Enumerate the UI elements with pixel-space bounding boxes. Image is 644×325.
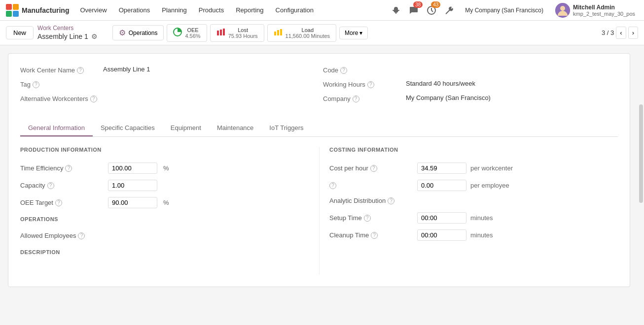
time-efficiency-unit: % <box>163 164 169 172</box>
work-center-name-field: Work Center Name ? Assembly Line 1 <box>20 65 315 74</box>
time-efficiency-help[interactable]: ? <box>65 165 72 172</box>
sub-toolbar: New Work Centers Assembly Line 1 ⚙ ⚙ Ope… <box>0 21 644 45</box>
operations-label: Operations <box>129 30 158 36</box>
svg-rect-2 <box>6 11 12 17</box>
new-button[interactable]: New <box>6 26 34 39</box>
cost-per-hour-input[interactable] <box>417 162 466 174</box>
form-left: Work Center Name ? Assembly Line 1 Tag ? <box>20 65 315 108</box>
company-help[interactable]: ? <box>353 96 359 102</box>
svg-rect-13 <box>274 32 276 35</box>
breadcrumb-parent[interactable]: Work Centers <box>37 25 99 32</box>
oee-stat-btn[interactable]: OEE 4.56% <box>167 24 207 42</box>
wrench-icon <box>444 5 454 15</box>
allowed-employees-help[interactable]: ? <box>78 232 85 239</box>
bug-icon <box>391 5 401 15</box>
tab-iot[interactable]: IoT Triggers <box>261 120 311 136</box>
scroll-area[interactable]: Work Center Name ? Assembly Line 1 Tag ? <box>0 45 644 325</box>
work-center-name-help[interactable]: ? <box>77 67 84 74</box>
cost-per-hour-label: Cost per hour ? <box>329 164 413 172</box>
code-label: Code ? <box>323 65 402 74</box>
work-center-name-value: Assembly Line 1 <box>103 65 150 73</box>
record-settings-btn[interactable]: ⚙ <box>90 32 99 41</box>
nav-icons: 38 43 My Company (San Francisco) <box>389 2 638 19</box>
nav-operations[interactable]: Operations <box>114 4 155 16</box>
costing-section: COSTING INFORMATION Cost per hour ? per … <box>319 147 618 275</box>
operations-stat-btn[interactable]: ⚙ Operations <box>112 25 164 40</box>
description-section: DESCRIPTION <box>20 249 309 257</box>
company-value: My Company (San Francisco) <box>406 94 491 101</box>
lost-stat-btn[interactable]: Lost 75.93 Hours <box>210 24 264 42</box>
tab-maintenance[interactable]: Maintenance <box>209 120 261 136</box>
oee-target-unit: % <box>163 199 169 206</box>
nav-overview[interactable]: Overview <box>75 4 111 16</box>
svg-rect-1 <box>13 4 19 10</box>
work-center-name-label: Work Center Name ? <box>20 65 99 74</box>
alternative-label: Alternative Workcenters ? <box>20 94 99 102</box>
working-hours-help[interactable]: ? <box>367 81 374 88</box>
nav-configuration[interactable]: Configuration <box>271 4 319 16</box>
tag-help[interactable]: ? <box>33 81 39 88</box>
pager: 3 / 3 ‹ › <box>602 27 638 39</box>
extra-cost-unit: per employee <box>470 182 509 189</box>
extra-cost-input[interactable] <box>417 180 466 191</box>
capacity-help[interactable]: ? <box>47 182 54 189</box>
app-logo[interactable]: Manufacturing <box>6 4 69 17</box>
user-menu[interactable]: Mitchell Admin kmp_2_test_may_30_pos <box>552 2 638 19</box>
cleanup-time-input[interactable] <box>417 229 466 241</box>
operations-section: OPERATIONS Allowed Employees ? <box>20 216 309 239</box>
next-btn[interactable]: › <box>628 27 638 39</box>
page-wrapper: Work Center Name ? Assembly Line 1 Tag ? <box>0 45 644 325</box>
prev-btn[interactable]: ‹ <box>616 27 626 39</box>
extra-cost-help[interactable]: ? <box>329 182 336 189</box>
avatar <box>555 3 570 18</box>
debug-btn[interactable] <box>389 3 403 17</box>
cleanup-time-help[interactable]: ? <box>371 232 378 239</box>
setup-time-help[interactable]: ? <box>364 215 371 222</box>
load-text: Load 11,560.00 Minutes <box>286 27 330 39</box>
oee-chart-icon <box>173 28 182 38</box>
form-area: Work Center Name ? Assembly Line 1 Tag ? <box>8 53 630 287</box>
nav-planning[interactable]: Planning <box>157 4 192 16</box>
svg-line-6 <box>431 10 433 12</box>
company-field: Company ? My Company (San Francisco) <box>323 94 618 102</box>
messages-badge: 38 <box>413 1 423 8</box>
setup-time-input[interactable] <box>417 212 466 224</box>
breadcrumb: Work Centers Assembly Line 1 ⚙ <box>37 25 99 41</box>
tab-general[interactable]: General Information <box>20 120 93 136</box>
tab-specific[interactable]: Specific Capacities <box>93 120 163 136</box>
settings-btn[interactable] <box>442 3 456 17</box>
setup-time-label: Setup Time ? <box>329 214 413 222</box>
clock-btn[interactable]: 43 <box>425 3 438 17</box>
form-right: Code ? Working Hours ? Standard 40 hours… <box>323 65 618 108</box>
nav-reporting[interactable]: Reporting <box>231 4 268 16</box>
time-efficiency-label: Time Efficiency ? <box>20 164 104 172</box>
lost-label: Lost <box>228 27 258 33</box>
working-hours-value: Standard 40 hours/week <box>406 80 475 87</box>
alternative-help[interactable]: ? <box>90 96 97 102</box>
load-stat-btn[interactable]: Load 11,560.00 Minutes <box>267 24 337 42</box>
cost-per-hour-help[interactable]: ? <box>370 165 377 172</box>
tabs: General Information Specific Capacities … <box>20 120 618 137</box>
messages-btn[interactable]: 38 <box>407 3 421 17</box>
bar-chart-icon <box>216 29 225 35</box>
code-field: Code ? <box>323 65 618 74</box>
svg-rect-0 <box>6 4 12 10</box>
bar-chart2-icon <box>274 29 283 35</box>
company-selector[interactable]: My Company (San Francisco) <box>460 5 548 16</box>
user-company: kmp_2_test_may_30_pos <box>573 11 635 17</box>
nav-products[interactable]: Products <box>194 4 229 16</box>
oee-target-input[interactable] <box>108 197 157 208</box>
capacity-input[interactable] <box>108 180 157 191</box>
setup-time-unit: minutes <box>470 214 493 222</box>
lost-text: Lost 75.93 Hours <box>228 27 258 39</box>
capacity-label: Capacity ? <box>20 182 104 189</box>
more-button[interactable]: More ▾ <box>339 27 368 39</box>
scrollbar-thumb[interactable] <box>639 104 643 203</box>
svg-rect-11 <box>220 30 222 35</box>
pie-chart-icon <box>173 28 182 36</box>
time-efficiency-input[interactable] <box>108 162 157 174</box>
oee-target-help[interactable]: ? <box>55 199 62 206</box>
code-help[interactable]: ? <box>340 67 347 74</box>
tab-equipment[interactable]: Equipment <box>163 120 209 136</box>
analytic-help[interactable]: ? <box>388 197 394 204</box>
